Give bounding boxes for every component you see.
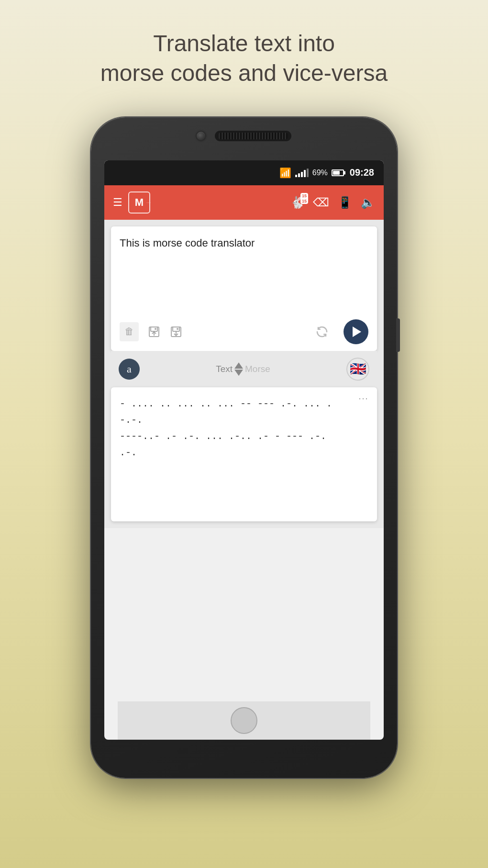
morse-line-2: ----..- .- .-. ... .-.. .- - --- .-. xyxy=(120,428,357,445)
headline-line2: morse codes and vice-versa xyxy=(100,58,388,88)
phone-screen: 📶 69% 09:28 xyxy=(104,160,384,740)
text-mode-avatar[interactable]: a xyxy=(119,359,140,380)
battery-body xyxy=(332,169,344,176)
app-toolbar: ☰ M ··· 🐇 15 15 ⌫ xyxy=(104,185,384,220)
morse-line-1: - .... .. ... .. ... -- --- .-. ... . -.… xyxy=(120,396,357,428)
status-icons: 📶 69% 09:28 xyxy=(279,167,374,179)
battery-icon xyxy=(332,169,344,176)
headline-line1: Translate text into xyxy=(100,29,388,58)
mode-switcher[interactable]: Text Morse xyxy=(140,362,346,376)
output-menu-dots[interactable]: ⋮ xyxy=(358,394,369,403)
phone-home-area xyxy=(118,701,370,740)
mode-selector-row: a Text Morse 🇬🇧 xyxy=(111,351,377,387)
language-flag-button[interactable]: 🇬🇧 xyxy=(346,358,369,381)
phone-top-bar xyxy=(172,131,316,141)
hamburger-menu-icon[interactable]: ☰ xyxy=(113,197,122,208)
refresh-icon xyxy=(314,324,330,340)
morse-line-3: .-. xyxy=(120,445,357,461)
signal-bar-5 xyxy=(307,169,309,177)
input-card: This is morse code translator 🗑 xyxy=(111,226,377,351)
page-headline: Translate text into morse codes and vice… xyxy=(100,29,388,89)
arrow-down-icon xyxy=(234,370,243,376)
app-logo: M ··· xyxy=(128,192,150,214)
save-down-icon xyxy=(169,325,183,338)
save-upload-button[interactable] xyxy=(147,325,161,338)
notification-icon-wrap[interactable]: 🐇 15 15 xyxy=(290,196,304,209)
power-button xyxy=(396,318,400,352)
play-button[interactable] xyxy=(344,319,368,344)
signal-bar-4 xyxy=(304,170,306,177)
play-icon xyxy=(353,327,361,337)
vibrate-icon-wrap[interactable]: 📱 xyxy=(338,196,352,209)
front-camera xyxy=(197,132,205,140)
usb-icon: ⌫ xyxy=(313,196,329,209)
signal-icon xyxy=(295,169,309,177)
arrow-up-icon xyxy=(234,362,243,369)
wifi-icon: 📶 xyxy=(279,167,291,179)
svg-point-2 xyxy=(155,328,156,330)
vibrate-icon: 📱 xyxy=(338,196,352,209)
text-mode-label: Text xyxy=(216,364,233,374)
delete-button[interactable]: 🗑 xyxy=(120,322,139,341)
logo-morse-dots: ··· xyxy=(146,200,151,204)
output-card: ⋮ - .... .. ... .. ... -- --- .-. ... . … xyxy=(111,387,377,521)
toolbar-action-icons: 🐇 15 15 ⌫ 📱 🔈 xyxy=(290,196,375,209)
input-text-display[interactable]: This is morse code translator xyxy=(120,235,368,312)
screen-content: This is morse code translator 🗑 xyxy=(104,220,384,528)
battery-percentage: 69% xyxy=(312,169,328,177)
signal-bar-3 xyxy=(301,172,303,177)
svg-point-5 xyxy=(177,328,178,330)
app-logo-letter: M xyxy=(135,196,144,209)
usb-icon-wrap[interactable]: ⌫ xyxy=(313,196,329,209)
notification-badge: 15 15 xyxy=(300,193,308,204)
save-up-icon xyxy=(147,325,161,338)
home-button[interactable] xyxy=(231,707,257,734)
phone-device: 📶 69% 09:28 xyxy=(91,117,397,778)
save-download-button[interactable] xyxy=(169,325,183,338)
input-action-bar: 🗑 xyxy=(120,319,368,344)
earpiece-speaker xyxy=(215,131,291,141)
status-bar: 📶 69% 09:28 xyxy=(104,160,384,185)
battery-fill xyxy=(333,171,340,175)
signal-bar-2 xyxy=(298,173,300,177)
morse-output-text: - .... .. ... .. ... -- --- .-. ... . -.… xyxy=(120,396,368,461)
volume-icon: 🔈 xyxy=(361,196,375,209)
status-time: 09:28 xyxy=(350,167,374,178)
swap-arrows-icon xyxy=(234,362,243,376)
morse-mode-label: Morse xyxy=(245,364,270,374)
signal-bar-1 xyxy=(295,175,297,177)
delete-icon: 🗑 xyxy=(124,326,134,337)
volume-icon-wrap[interactable]: 🔈 xyxy=(361,196,375,209)
refresh-button[interactable] xyxy=(314,324,330,340)
